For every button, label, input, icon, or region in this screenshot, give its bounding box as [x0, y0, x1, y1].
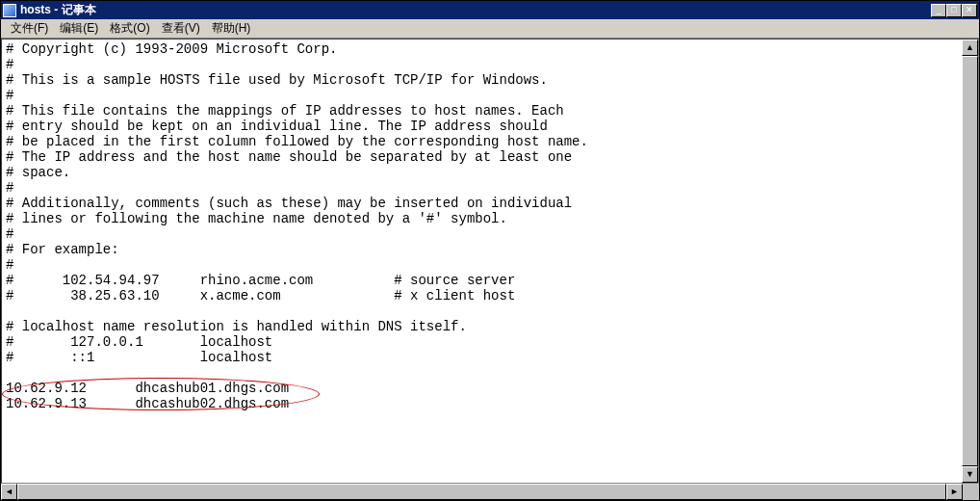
scroll-right-button[interactable]: ► — [946, 484, 963, 500]
menu-help[interactable]: 帮助(H) — [206, 18, 257, 39]
maximize-button[interactable]: □ — [946, 4, 962, 17]
bottom-scroll-row: ◄ ► — [1, 484, 979, 500]
scroll-left-button[interactable]: ◄ — [1, 484, 17, 500]
vertical-scrollbar[interactable]: ▲ ▼ — [962, 40, 978, 483]
menu-format[interactable]: 格式(O) — [104, 18, 155, 39]
horizontal-scrollbar[interactable]: ◄ ► — [1, 484, 963, 500]
minimize-button[interactable]: _ — [931, 4, 946, 17]
client-area: # Copyright (c) 1993-2009 Microsoft Corp… — [1, 39, 979, 484]
hscroll-thumb[interactable] — [17, 484, 946, 500]
titlebar[interactable]: hosts - 记事本 _ □ ✕ — [1, 1, 979, 19]
scroll-up-button[interactable]: ▲ — [962, 40, 978, 56]
menu-edit[interactable]: 编辑(E) — [54, 18, 104, 39]
menu-view[interactable]: 查看(V) — [156, 18, 206, 39]
vscroll-track[interactable] — [962, 56, 978, 466]
text-editor[interactable]: # Copyright (c) 1993-2009 Microsoft Corp… — [2, 40, 978, 483]
vscroll-thumb[interactable] — [962, 56, 978, 466]
menu-file[interactable]: 文件(F) — [5, 18, 54, 39]
notepad-icon — [3, 4, 16, 17]
menubar: 文件(F) 编辑(E) 格式(O) 查看(V) 帮助(H) — [1, 19, 979, 39]
window-title: hosts - 记事本 — [20, 2, 931, 18]
scrollbar-corner — [963, 484, 979, 500]
hscroll-track[interactable] — [17, 484, 946, 500]
close-button[interactable]: ✕ — [962, 4, 977, 17]
scroll-down-button[interactable]: ▼ — [962, 466, 978, 483]
window-buttons: _ □ ✕ — [931, 4, 977, 17]
